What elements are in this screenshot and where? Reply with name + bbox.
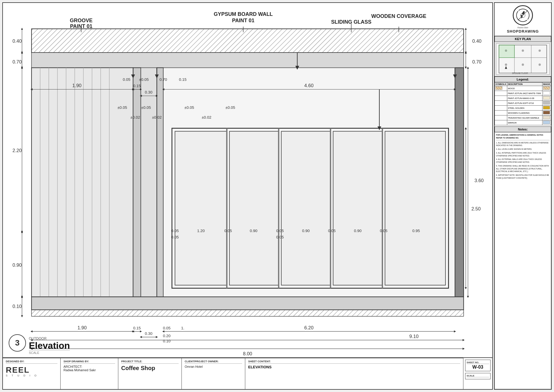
svg-text:0.05: 0.05 <box>123 77 130 82</box>
svg-text:SLIDING GLASS: SLIDING GLASS <box>331 19 372 25</box>
reel-text: REEL <box>6 366 30 374</box>
svg-text:0.20: 0.20 <box>163 334 171 338</box>
svg-text:0.10: 0.10 <box>12 304 22 309</box>
right-panel: Radwa Bakr SHOPDRAWING KEY PLAN <box>494 2 552 390</box>
sheet-no-label: SHEET NO. <box>467 361 489 364</box>
drawing-viewport: 1.90 0.15 0.30 0.05 ±0.05 0.70 0.15 ±0.0… <box>3 3 492 357</box>
svg-text:9.10: 9.10 <box>409 334 419 339</box>
architect-name: Radwa Mohamed Sakr <box>63 368 115 372</box>
svg-text:0.15: 0.15 <box>133 84 141 88</box>
svg-point-125 <box>505 64 507 66</box>
svg-text:0.95: 0.95 <box>412 229 420 233</box>
sheet-content-value: ELEVATIONS <box>248 365 460 369</box>
svg-text:0.70: 0.70 <box>160 77 167 82</box>
svg-text:±0.05: ±0.05 <box>184 105 194 110</box>
client-value: Omran Hotel <box>185 365 242 368</box>
main-drawing-area: 1.90 0.15 0.30 0.05 ±0.05 0.70 0.15 ±0.0… <box>2 2 493 390</box>
svg-text:GYPSUM BOARD WALL: GYPSUM BOARD WALL <box>214 11 273 17</box>
sheet-content-label: SHEET CONTENT: <box>248 360 460 364</box>
svg-text:0.05: 0.05 <box>224 229 232 233</box>
svg-text:0.05: 0.05 <box>171 229 179 233</box>
legend-col-symbols: SYMBOLS <box>495 83 507 86</box>
legend-row-steel-golden: STEEL GOLDEN <box>495 106 551 111</box>
client-cell: CLIENT/PROJECT OWNER: Omran Hotel <box>182 358 245 389</box>
legend-col-description: DESCRIPTION <box>507 83 542 86</box>
notes-header: Notes: <box>495 126 551 132</box>
svg-rect-15 <box>133 68 141 297</box>
legend-table: SYMBOLS DESCRIPTION IMAGE WOOD PAINT-JOT… <box>495 82 551 125</box>
svg-text:0.15: 0.15 <box>133 326 141 330</box>
svg-text:0.90: 0.90 <box>250 229 257 233</box>
svg-text:1.90: 1.90 <box>77 325 87 330</box>
svg-text:0.30: 0.30 <box>145 331 152 336</box>
svg-text:±0.05: ±0.05 <box>225 105 235 110</box>
sheet-no-value: W-03 <box>467 365 489 370</box>
notes-content: FOR LEGEND, ABBREVIATIONS & GENERAL NOTE… <box>495 132 551 389</box>
svg-text:±0.05: ±0.05 <box>141 105 151 110</box>
reel-logo: REEL S T U D I O <box>6 366 57 377</box>
svg-text:6.20: 6.20 <box>304 325 314 330</box>
key-plan-floor: GROUND FLOOR <box>496 43 550 75</box>
title-block: DESIGNED BY: REEL S T U D I O Shop Drawi… <box>3 357 492 389</box>
shop-drawing-by-label: Shop Drawing BY: <box>63 360 115 364</box>
svg-text:±0.02: ±0.02 <box>130 115 140 120</box>
svg-text:0.05: 0.05 <box>380 229 388 233</box>
note-5: 5. THIS DRAWING SHALL BE READ IN CONJUNC… <box>496 165 550 173</box>
project-title-value: Coffee Shop <box>121 365 179 372</box>
cream-swatch <box>543 96 550 100</box>
gold-swatch <box>543 106 550 109</box>
scale-block: SCALE <box>465 373 491 379</box>
svg-text:3.60: 3.60 <box>474 178 484 183</box>
svg-text:0.10: 0.10 <box>163 339 171 343</box>
wood-swatch <box>495 86 502 90</box>
gray-swatch <box>543 101 550 104</box>
svg-point-123 <box>522 49 524 52</box>
svg-text:0.70: 0.70 <box>12 59 22 64</box>
svg-text:0.05: 0.05 <box>171 235 179 239</box>
elevation-title: Elevation <box>29 341 70 350</box>
svg-text:2.50: 2.50 <box>471 206 481 211</box>
sheet-content-cell: SHEET CONTENT: ELEVATIONS <box>245 358 463 389</box>
svg-rect-23 <box>281 131 331 285</box>
designed-by-label: DESIGNED BY: <box>6 360 57 364</box>
shop-drawing-by-cell: Shop Drawing BY: ARCHITECT: Radwa Mohame… <box>61 358 118 389</box>
project-title-label: PROJECT TITLE: <box>121 360 179 364</box>
svg-text:0.05: 0.05 <box>163 326 171 330</box>
white-swatch <box>543 91 550 95</box>
logo-circle <box>513 5 533 25</box>
designed-by-cell: DESIGNED BY: REEL S T U D I O <box>3 358 61 389</box>
shop-drawing-by-sub: ARCHITECT: <box>63 365 115 368</box>
svg-point-126 <box>522 64 524 66</box>
note-1: 1. ALL DIMENSIONS ARE IN METERS UNLESS O… <box>496 141 550 147</box>
svg-text:PAINT 01: PAINT 01 <box>232 18 254 23</box>
svg-text:±0.02: ±0.02 <box>202 115 212 120</box>
wood-img <box>543 86 550 90</box>
svg-text:PAINT 01: PAINT 01 <box>70 23 93 29</box>
note-2: 2. ALL LEVELS ARE SHOWN IN METERS. <box>496 148 550 151</box>
note-3: 3. ALL INTERNAL PARTITIONS ARE 20cm THIC… <box>496 152 550 157</box>
svg-rect-17 <box>157 68 163 297</box>
legend-row-paint-cream: PAINT-JOTUN-MAKKI-0.09 <box>495 96 551 101</box>
svg-text:0.70: 0.70 <box>472 59 482 64</box>
svg-text:0.05: 0.05 <box>328 229 336 233</box>
logo-subtitle: Radwa Bakr <box>497 27 549 29</box>
elevation-drawing: 1.90 0.15 0.30 0.05 ±0.05 0.70 0.15 ±0.0… <box>3 3 492 357</box>
legend-col-image: IMAGE <box>542 83 551 86</box>
key-plan-image: GROUND FLOOR <box>495 42 551 76</box>
marble-swatch <box>543 116 550 119</box>
svg-text:1.90: 1.90 <box>72 83 81 88</box>
legend-header: Legend: <box>495 76 551 82</box>
svg-rect-4 <box>31 53 464 68</box>
svg-text:WOODEN COVERAGE: WOODEN COVERAGE <box>371 13 426 19</box>
svg-text:0.90: 0.90 <box>302 229 310 233</box>
svg-text:0.90: 0.90 <box>12 262 22 268</box>
note-6: 6. IMPORTANT NOTE: BACKFILLING FOR SLAB … <box>496 174 550 180</box>
svg-marker-129 <box>505 66 507 69</box>
wood-cladding-swatch <box>543 111 550 114</box>
project-title-cell: PROJECT TITLE: Coffee Shop <box>118 358 182 389</box>
svg-point-124 <box>538 49 541 52</box>
key-plan-header: KEY PLAN <box>495 36 551 42</box>
svg-rect-31 <box>31 310 464 316</box>
svg-text:±0.05: ±0.05 <box>117 105 127 110</box>
legend-row-paint-white: PAINT-JOTUN-JAZZ WHITE-7006 <box>495 91 551 96</box>
